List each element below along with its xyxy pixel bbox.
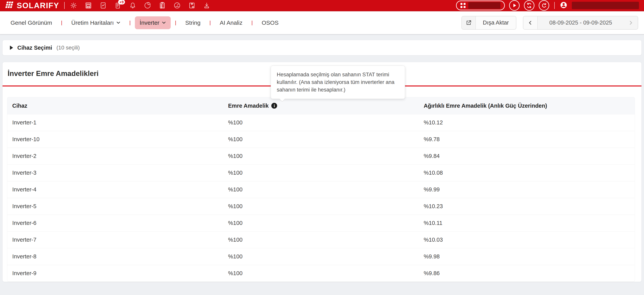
cell-availability: %100 xyxy=(223,231,419,248)
stat-info-tooltip: Hesaplamada seçilmiş olan sahanın STAT t… xyxy=(271,66,405,99)
header-divider xyxy=(554,2,555,9)
brand-wordmark: SOLARIFY xyxy=(17,1,59,10)
cell-availability: %100 xyxy=(223,165,419,181)
nav-separator: | xyxy=(175,20,176,26)
table-row[interactable]: Inverter-4 %100 %9.99 xyxy=(7,181,635,198)
prev-date-button[interactable] xyxy=(523,16,538,29)
export-label: Dışa Aktar xyxy=(476,16,516,29)
play-button[interactable] xyxy=(509,0,520,11)
table-row[interactable]: Inverter-1 %100 %10.12 xyxy=(7,114,635,131)
inverter-availability-section: İnverter Emre Amadelikleri Hesaplamada s… xyxy=(2,62,642,282)
app-header: SOLARIFY +9 xyxy=(0,0,644,11)
report-clipboard-icon[interactable]: +9 xyxy=(114,2,122,9)
device-selection-panel[interactable]: Cihaz Seçimi (10 seçili) xyxy=(2,40,642,56)
cell-weighted: %10.03 xyxy=(419,231,635,248)
next-date-button[interactable] xyxy=(624,16,638,29)
refresh-button[interactable] xyxy=(524,0,534,11)
table-row[interactable]: Inverter-9 %100 %9.86 xyxy=(7,265,635,282)
device-selection-count: (10 seçili) xyxy=(56,45,80,51)
cell-availability: %100 xyxy=(223,114,419,131)
nav-separator: | xyxy=(252,20,253,26)
cell-device: Inverter-10 xyxy=(7,131,223,148)
table-row[interactable]: Inverter-2 %100 %9.84 xyxy=(7,148,635,165)
availability-table-wrap: Cihaz Emre Amadelik i Ağırlıklı Emre Ama… xyxy=(7,97,635,282)
availability-table: Cihaz Emre Amadelik i Ağırlıklı Emre Ama… xyxy=(7,97,635,282)
tab-ai-analiz[interactable]: AI Analiz xyxy=(215,16,247,29)
app-grid-icon xyxy=(460,3,466,8)
pie-chart-icon[interactable] xyxy=(144,2,152,9)
table-row[interactable]: Inverter-10 %100 %9.78 xyxy=(7,131,635,148)
external-link-icon xyxy=(462,16,476,29)
date-range-value[interactable]: 08-09-2025 - 09-09-2025 xyxy=(538,16,624,29)
cell-weighted: %10.11 xyxy=(419,215,635,231)
cell-availability: %100 xyxy=(223,198,419,215)
cell-availability: %100 xyxy=(223,215,419,231)
cell-device: Inverter-5 xyxy=(7,198,223,215)
package-icon[interactable] xyxy=(188,2,196,9)
gauge-icon[interactable] xyxy=(173,2,181,9)
nav-separator: | xyxy=(61,20,62,26)
table-row[interactable]: Inverter-8 %100 %9.98 xyxy=(7,248,635,265)
column-header-weighted[interactable]: Ağırlıklı Emre Amadelik (Anlık Güç Üzeri… xyxy=(419,97,635,114)
table-header-row: Cihaz Emre Amadelik i Ağırlıklı Emre Ama… xyxy=(7,97,635,114)
column-header-availability[interactable]: Emre Amadelik i xyxy=(223,97,419,114)
solar-panel-icon xyxy=(5,1,14,10)
cell-weighted: %9.78 xyxy=(419,131,635,148)
header-divider xyxy=(64,2,64,9)
cell-weighted: %10.12 xyxy=(419,114,635,131)
chevron-down-icon xyxy=(116,20,120,26)
cell-device: Inverter-2 xyxy=(7,148,223,165)
table-row[interactable]: Inverter-5 %100 %10.23 xyxy=(7,198,635,215)
cell-weighted: %9.84 xyxy=(419,148,635,165)
tab-inverter[interactable]: İnverter xyxy=(135,16,171,29)
dashboard-window-icon[interactable] xyxy=(84,2,92,9)
cell-weighted: %9.99 xyxy=(419,181,635,198)
cell-availability: %100 xyxy=(223,248,419,265)
site-name-redacted xyxy=(468,2,500,9)
column-header-device[interactable]: Cihaz xyxy=(7,97,223,114)
table-row[interactable]: Inverter-7 %100 %10.03 xyxy=(7,231,635,248)
cell-device: Inverter-3 xyxy=(7,165,223,181)
nav-right-controls: Dışa Aktar 08-09-2025 - 09-09-2025 xyxy=(462,16,638,30)
cell-device: Inverter-6 xyxy=(7,215,223,231)
table-body: Inverter-1 %100 %10.12 Inverter-10 %100 … xyxy=(7,114,635,282)
gear-icon[interactable] xyxy=(70,2,78,9)
download-icon[interactable] xyxy=(203,2,210,9)
main-content: Cihaz Seçimi (10 seçili) İnverter Emre A… xyxy=(0,35,644,282)
tab-genel-gorunum[interactable]: Genel Görünüm xyxy=(6,16,57,29)
cell-weighted: %10.23 xyxy=(419,198,635,215)
cell-device: Inverter-4 xyxy=(7,181,223,198)
cell-availability: %100 xyxy=(223,181,419,198)
page-navbar: Genel Görünüm | Üretim Haritaları | İnve… xyxy=(0,11,644,35)
nav-separator: | xyxy=(130,20,131,26)
cell-device: Inverter-9 xyxy=(7,265,223,282)
table-row[interactable]: Inverter-6 %100 %10.11 xyxy=(7,215,635,231)
user-name-redacted xyxy=(572,2,639,9)
site-selector[interactable] xyxy=(456,1,505,10)
cell-weighted: %9.98 xyxy=(419,248,635,265)
export-button[interactable]: Dışa Aktar xyxy=(462,16,516,30)
info-icon[interactable]: i xyxy=(271,103,277,109)
sync-help-button[interactable] xyxy=(539,0,549,11)
tab-string[interactable]: String xyxy=(180,16,205,29)
tab-osos[interactable]: OSOS xyxy=(257,16,283,29)
cell-availability: %100 xyxy=(223,265,419,282)
header-right-controls xyxy=(456,0,639,11)
nav-tabs: Genel Görünüm | Üretim Haritaları | İnve… xyxy=(6,16,283,29)
cell-device: Inverter-1 xyxy=(7,114,223,131)
brand-logo[interactable]: SOLARIFY xyxy=(5,1,59,10)
expand-triangle-icon xyxy=(10,46,13,50)
cell-device: Inverter-7 xyxy=(7,231,223,248)
cell-device: Inverter-8 xyxy=(7,248,223,265)
notification-badge: +9 xyxy=(118,0,125,5)
bell-icon[interactable] xyxy=(129,2,136,9)
cell-availability: %100 xyxy=(223,131,419,148)
nav-separator: | xyxy=(210,20,211,26)
checklist-icon[interactable] xyxy=(158,2,166,9)
tab-uretim-haritalari[interactable]: Üretim Haritaları xyxy=(66,16,125,29)
user-avatar-icon[interactable] xyxy=(560,1,568,10)
cell-weighted: %9.86 xyxy=(419,265,635,282)
trend-chart-icon[interactable] xyxy=(99,2,107,9)
device-selection-label: Cihaz Seçimi xyxy=(17,45,52,51)
table-row[interactable]: Inverter-3 %100 %10.08 xyxy=(7,165,635,181)
